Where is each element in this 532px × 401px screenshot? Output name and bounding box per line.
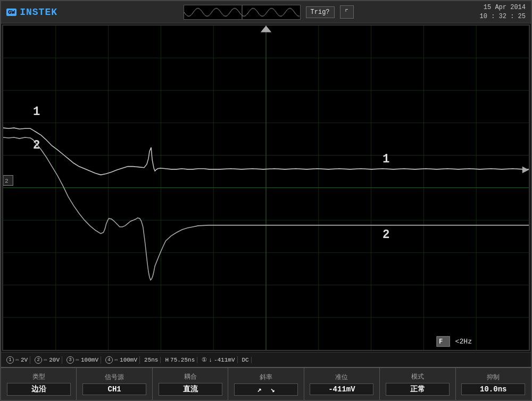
func-key-slope[interactable]: 斜率 ↗ ↘ <box>228 368 304 400</box>
waveform-preview <box>184 5 301 20</box>
trig-level-value: -411mV <box>214 357 235 363</box>
func-key-slope-label: 斜率 <box>260 373 272 382</box>
trig-mode-icon: ⌜ <box>340 5 354 19</box>
ch3-status: 3 ⎓ 100mV <box>64 356 101 364</box>
ch2-coupling: ⎓ <box>44 357 47 363</box>
brand-gw: GW <box>6 9 16 16</box>
trig-slope-icon: ↓ <box>209 357 212 363</box>
func-key-level-value: -411mV <box>310 383 373 395</box>
ch1-coupling: ⎓ <box>15 357 19 363</box>
ch1-label-right: 1 <box>383 152 389 166</box>
func-key-coupling-value: 直流 <box>159 383 222 396</box>
func-key-mode[interactable]: 模式 正常 <box>380 368 455 400</box>
brand-instek: INSTEK <box>20 7 57 18</box>
ch4-voltage: 100mV <box>120 357 137 363</box>
horizontal-delay-status: H 75.25ns <box>163 357 197 363</box>
timebase-value: 25ns <box>144 357 158 363</box>
trigger-status: ① ↓ -411mV <box>200 356 237 363</box>
ch1-voltage: 2V <box>21 357 28 363</box>
top-bar: GW INSTEK Trig? ⌜ 15 Apr 2014 10 : 32 : … <box>1 1 531 23</box>
freq-value-display: <2Hz <box>455 338 472 346</box>
func-key-holdoff[interactable]: 抑制 10.0ns <box>456 368 531 400</box>
func-key-holdoff-value: 10.0ns <box>461 383 525 395</box>
func-key-mode-label: 模式 <box>411 372 424 381</box>
func-key-holdoff-label: 抑制 <box>487 373 500 382</box>
func-key-coupling[interactable]: 耦合 直流 <box>153 368 228 400</box>
ch1-label-top: 1 <box>33 105 40 119</box>
ch4-status: 4 ⎓ 100mV <box>103 356 140 364</box>
ch2-label-right: 2 <box>383 228 389 242</box>
time-line: 10 : 32 : 25 <box>480 12 526 21</box>
trig-button[interactable]: Trig? <box>306 6 335 18</box>
func-key-type[interactable]: 类型 边沿 <box>1 368 77 400</box>
func-key-slope-value: ↗ ↘ <box>234 383 298 396</box>
ch2-status: 2 ⎓ 20V <box>32 356 62 364</box>
func-key-mode-value: 正常 <box>386 383 450 396</box>
main-screen: 1 2 1 2 2 F <2Hz <box>2 24 530 351</box>
func-key-level[interactable]: 准位 -411mV <box>304 368 380 400</box>
top-center: Trig? ⌜ <box>57 5 480 20</box>
delay-value: 75.25ns <box>170 357 195 363</box>
ch4-circle: 4 <box>105 356 113 364</box>
ch2-level-label: 2 <box>5 178 9 184</box>
trigger-top-arrow <box>261 26 271 32</box>
ch3-voltage: 100mV <box>81 357 98 363</box>
coupling-status: DC <box>240 357 252 363</box>
f-marker-label: F <box>439 338 443 346</box>
ch2-voltage: 20V <box>49 357 60 363</box>
h-label: H <box>165 357 169 363</box>
ch1-status: 1 ⎓ 2V <box>4 356 30 364</box>
trig-ch-num: ① <box>202 356 207 363</box>
func-key-level-label: 准位 <box>335 373 348 382</box>
function-keys-bar: 类型 边沿 信号源 CH1 耦合 直流 斜率 ↗ ↘ 准位 -411mV 模式 … <box>1 367 531 400</box>
waveform-display: 1 2 1 2 2 F <2Hz <box>3 26 529 350</box>
oscilloscope-body: GW INSTEK Trig? ⌜ 15 Apr 2014 10 : 32 : … <box>0 0 532 401</box>
coupling-dc: DC <box>242 357 249 363</box>
func-key-source[interactable]: 信号源 CH1 <box>77 368 152 400</box>
brand-logo: GW INSTEK <box>6 7 57 18</box>
ch2-circle: 2 <box>35 356 42 364</box>
ch3-coupling: ⎓ <box>76 357 79 363</box>
ch1-circle: 1 <box>6 356 14 364</box>
ch3-circle: 3 <box>66 356 74 364</box>
ch4-coupling: ⎓ <box>114 357 118 363</box>
timebase-status: 25ns <box>142 357 161 363</box>
func-key-coupling-label: 耦合 <box>184 372 197 381</box>
datetime: 15 Apr 2014 10 : 32 : 25 <box>480 3 526 21</box>
status-bar: 1 ⎓ 2V 2 ⎓ 20V 3 ⎓ 100mV 4 ⎓ 100mV 25ns … <box>1 352 531 367</box>
trigger-right-arrow <box>522 167 529 174</box>
ch2-label-top: 2 <box>33 138 40 152</box>
date-line: 15 Apr 2014 <box>480 3 526 12</box>
func-key-source-label: 信号源 <box>105 373 124 382</box>
func-key-type-label: 类型 <box>32 372 45 381</box>
func-key-type-value: 边沿 <box>7 383 71 396</box>
func-key-source-value: CH1 <box>82 383 146 395</box>
